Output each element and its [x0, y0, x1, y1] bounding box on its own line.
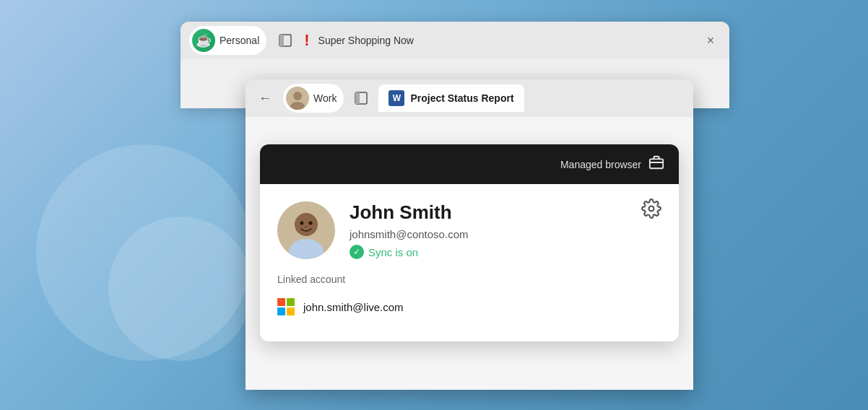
briefcase-icon	[648, 154, 664, 174]
user-email: johnsmith@contoso.com	[350, 228, 468, 240]
user-avatar-svg	[277, 201, 335, 259]
svg-rect-1	[279, 35, 284, 46]
word-icon: W	[389, 90, 404, 106]
ms-logo-q4	[287, 308, 295, 315]
briefcase-svg	[648, 154, 664, 170]
ms-logo-q3	[277, 308, 285, 315]
settings-gear-button[interactable]	[638, 196, 664, 222]
gear-svg	[641, 199, 661, 219]
panel-body: John Smith johnsmith@contoso.com ✓ Sync …	[260, 184, 679, 341]
svg-point-15	[305, 226, 308, 228]
personal-profile-label: Personal	[220, 35, 259, 46]
sidebar-svg	[278, 33, 292, 48]
user-details: John Smith johnsmith@contoso.com ✓ Sync …	[350, 201, 468, 259]
sync-label: Sync is on	[368, 246, 418, 258]
project-status-tab[interactable]: W Project Status Report	[378, 84, 524, 112]
svg-rect-7	[650, 159, 663, 168]
svg-point-9	[649, 206, 654, 211]
work-profile-avatar	[286, 87, 309, 110]
notification-text: Super Shopping Now	[318, 35, 414, 46]
svg-point-13	[300, 222, 304, 225]
profile-panel: Managed browser	[260, 144, 679, 341]
work-profile-label: Work	[313, 92, 337, 104]
svg-point-3	[293, 92, 302, 100]
managed-label: Managed browser	[560, 159, 641, 170]
work-avatar-svg	[286, 87, 309, 110]
sync-status: ✓ Sync is on	[350, 245, 468, 259]
svg-point-11	[295, 213, 318, 236]
work-sidebar-svg	[354, 91, 368, 105]
sidebar-toggle-icon[interactable]	[274, 29, 297, 52]
panel-header: Managed browser	[260, 144, 679, 184]
notification-icon: !	[304, 31, 309, 50]
personal-profile-pill[interactable]: ☕ Personal	[189, 26, 266, 55]
personal-profile-icon: ☕	[192, 29, 215, 52]
svg-point-14	[309, 222, 313, 225]
microsoft-logo	[277, 298, 295, 315]
close-button[interactable]: ×	[700, 30, 721, 51]
bg-decoration-2	[108, 217, 253, 361]
personal-toolbar: ☕ Personal ! Super Shopping Now ×	[181, 22, 729, 59]
work-sidebar-toggle[interactable]	[350, 87, 373, 110]
back-arrow-button[interactable]: ←	[253, 88, 277, 109]
user-info-section: John Smith johnsmith@contoso.com ✓ Sync …	[277, 201, 661, 259]
linked-account-row[interactable]: john.smith@live.com	[277, 292, 661, 321]
svg-rect-6	[355, 92, 360, 104]
ms-logo-q1	[277, 298, 285, 306]
user-avatar	[277, 201, 335, 259]
linked-account-email: john.smith@live.com	[303, 301, 404, 313]
linked-account-label: Linked account	[277, 274, 661, 285]
user-name: John Smith	[350, 201, 468, 224]
sync-checkmark: ✓	[350, 245, 364, 259]
ms-logo-q2	[287, 298, 295, 306]
tab-label: Project Status Report	[410, 92, 513, 104]
linked-account-section: Linked account john.smith@live.com	[277, 274, 661, 321]
work-toolbar: ← Work W Project	[246, 79, 693, 117]
work-profile-pill[interactable]: Work	[283, 84, 344, 113]
